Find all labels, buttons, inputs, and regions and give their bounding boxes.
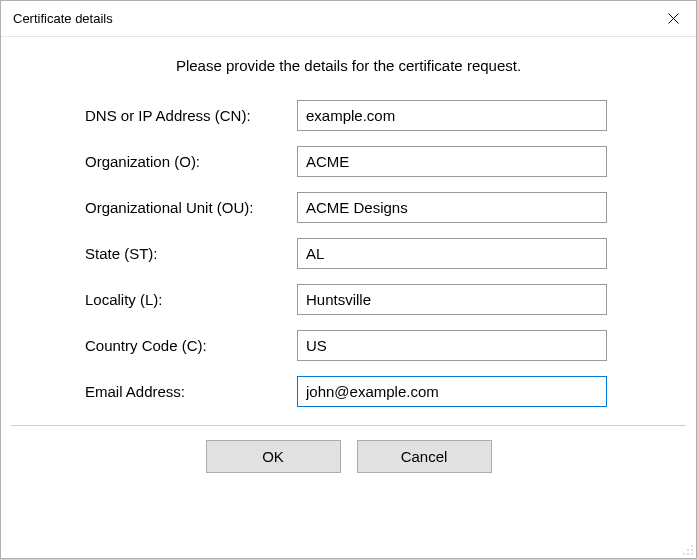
input-c[interactable]: [297, 330, 607, 361]
input-ou[interactable]: [297, 192, 607, 223]
svg-point-6: [687, 553, 689, 555]
input-o[interactable]: [297, 146, 607, 177]
label-st: State (ST):: [85, 245, 297, 262]
ok-button[interactable]: OK: [206, 440, 341, 473]
label-ou: Organizational Unit (OU):: [85, 199, 297, 216]
field-row-email: Email Address:: [85, 376, 656, 407]
close-icon: [668, 13, 679, 24]
window-title: Certificate details: [13, 11, 113, 26]
svg-point-2: [691, 545, 693, 547]
field-row-o: Organization (O):: [85, 146, 656, 177]
divider: [11, 425, 686, 426]
label-o: Organization (O):: [85, 153, 297, 170]
field-row-st: State (ST):: [85, 238, 656, 269]
dialog-content: Please provide the details for the certi…: [1, 37, 696, 407]
svg-point-3: [687, 549, 689, 551]
label-c: Country Code (C):: [85, 337, 297, 354]
close-button[interactable]: [650, 1, 696, 37]
field-row-l: Locality (L):: [85, 284, 656, 315]
titlebar: Certificate details: [1, 1, 696, 37]
field-row-cn: DNS or IP Address (CN):: [85, 100, 656, 131]
button-row: OK Cancel: [1, 440, 696, 473]
input-st[interactable]: [297, 238, 607, 269]
input-email[interactable]: [297, 376, 607, 407]
label-l: Locality (L):: [85, 291, 297, 308]
svg-point-5: [683, 553, 685, 555]
label-cn: DNS or IP Address (CN):: [85, 107, 297, 124]
field-row-c: Country Code (C):: [85, 330, 656, 361]
input-cn[interactable]: [297, 100, 607, 131]
svg-point-7: [691, 553, 693, 555]
certificate-form: DNS or IP Address (CN): Organization (O)…: [85, 100, 656, 407]
cancel-button[interactable]: Cancel: [357, 440, 492, 473]
field-row-ou: Organizational Unit (OU):: [85, 192, 656, 223]
instruction-text: Please provide the details for the certi…: [41, 57, 656, 74]
svg-point-4: [691, 549, 693, 551]
label-email: Email Address:: [85, 383, 297, 400]
resize-grip-icon: [680, 542, 694, 556]
input-l[interactable]: [297, 284, 607, 315]
